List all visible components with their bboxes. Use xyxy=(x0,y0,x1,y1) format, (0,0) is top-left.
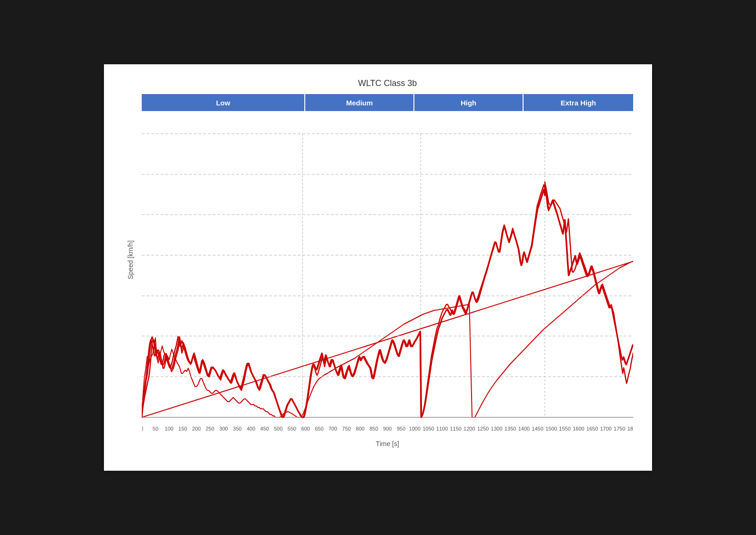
phase-labels: Low Medium High Extra High xyxy=(142,94,633,111)
phase-medium: Medium xyxy=(305,94,414,111)
wltc-overlay-svg xyxy=(142,115,633,436)
chart-container: WLTC Class 3b Low Medium High Extra High… xyxy=(104,64,652,471)
phase-high: High xyxy=(414,94,524,111)
x-axis-label: Time [s] xyxy=(142,440,633,448)
phase-low: Low xyxy=(142,94,305,111)
wltc-final-line xyxy=(142,189,633,417)
chart-title: WLTC Class 3b xyxy=(142,78,633,88)
phase-extra-high: Extra High xyxy=(524,94,633,111)
y-axis-label: Speed [km/h] xyxy=(127,241,134,280)
